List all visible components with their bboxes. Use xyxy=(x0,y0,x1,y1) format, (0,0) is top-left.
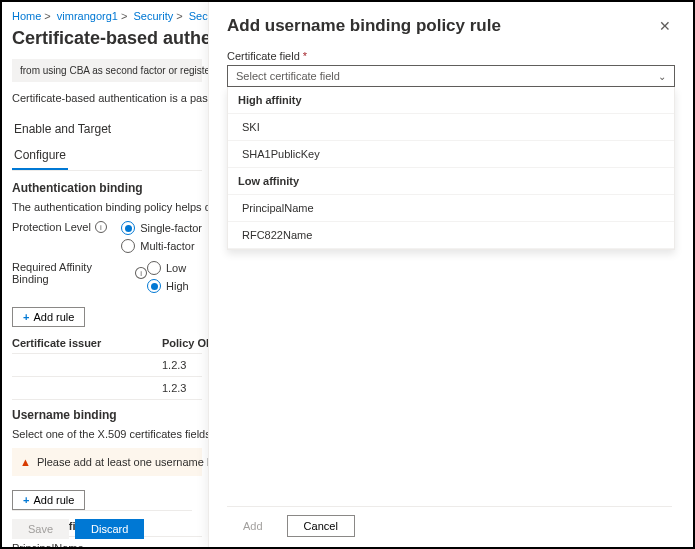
add-rule-button[interactable]: +Add rule xyxy=(12,490,85,510)
chevron-down-icon: ⌄ xyxy=(658,71,666,82)
dropdown-list: High affinity SKI SHA1PublicKey Low affi… xyxy=(227,87,675,250)
footer-actions: Save Discard xyxy=(12,510,192,539)
tab-enable-target[interactable]: Enable and Target xyxy=(12,116,113,142)
add-rule-panel: Add username binding policy rule ✕ Certi… xyxy=(208,2,693,547)
dropdown-item-rfc822name[interactable]: RFC822Name xyxy=(228,222,674,249)
auth-binding-desc: The authentication binding policy helps … xyxy=(12,201,202,213)
auth-table-header: Certificate issuer Policy OID xyxy=(12,333,202,354)
add-rule-button[interactable]: +Add rule xyxy=(12,307,85,327)
username-binding-title: Username binding xyxy=(12,408,202,422)
cert-field-dropdown[interactable]: Select certificate field ⌄ xyxy=(227,65,675,87)
panel-footer: Add Cancel xyxy=(227,506,672,537)
warning-icon: ▲ xyxy=(20,456,31,468)
info-banner: from using CBA as second factor or regis… xyxy=(12,59,202,82)
panel-title: Add username binding policy rule xyxy=(227,16,501,36)
close-icon[interactable]: ✕ xyxy=(655,16,675,36)
breadcrumb-link[interactable]: vimrangorg1 xyxy=(57,10,118,22)
radio-high-affinity[interactable]: High xyxy=(147,279,189,293)
info-icon[interactable]: i xyxy=(95,221,107,233)
dropdown-item-principalname[interactable]: PrincipalName xyxy=(228,195,674,222)
dropdown-item-ski[interactable]: SKI xyxy=(228,114,674,141)
cert-field-label: Certificate field * xyxy=(227,50,675,62)
table-row[interactable]: 1.2.3 xyxy=(12,354,202,377)
save-button[interactable]: Save xyxy=(12,519,69,539)
auth-binding-title: Authentication binding xyxy=(12,181,202,195)
add-button[interactable]: Add xyxy=(227,515,279,537)
info-icon[interactable]: i xyxy=(135,267,147,279)
table-row[interactable]: 1.2.3 xyxy=(12,377,202,400)
breadcrumb: Home> vimrangorg1> Security> Security | … xyxy=(12,10,202,22)
tab-configure[interactable]: Configure xyxy=(12,142,68,170)
tab-bar: Enable and Target Configure xyxy=(12,116,202,171)
page-description: Certificate-based authentication is a pa… xyxy=(12,92,202,104)
plus-icon: + xyxy=(23,494,29,506)
discard-button[interactable]: Discard xyxy=(75,519,144,539)
dropdown-group-low: Low affinity xyxy=(228,168,674,195)
page-title: Certificate-based authentication xyxy=(12,28,202,49)
dropdown-placeholder: Select certificate field xyxy=(236,70,340,82)
breadcrumb-link[interactable]: Home xyxy=(12,10,41,22)
dropdown-item-sha1[interactable]: SHA1PublicKey xyxy=(228,141,674,168)
username-binding-desc: Select one of the X.509 certificates fie… xyxy=(12,428,202,440)
radio-single-factor[interactable]: Single-factor xyxy=(121,221,202,235)
radio-low-affinity[interactable]: Low xyxy=(147,261,189,275)
protection-level-label: Protection Level i xyxy=(12,221,121,233)
radio-multi-factor[interactable]: Multi-factor xyxy=(121,239,202,253)
warning-banner: ▲ Please add at least one username bindi… xyxy=(12,448,202,476)
affinity-label: Required Affinity Binding i xyxy=(12,261,147,285)
cancel-button[interactable]: Cancel xyxy=(287,515,355,537)
dropdown-group-high: High affinity xyxy=(228,87,674,114)
plus-icon: + xyxy=(23,311,29,323)
breadcrumb-link[interactable]: Security xyxy=(133,10,173,22)
